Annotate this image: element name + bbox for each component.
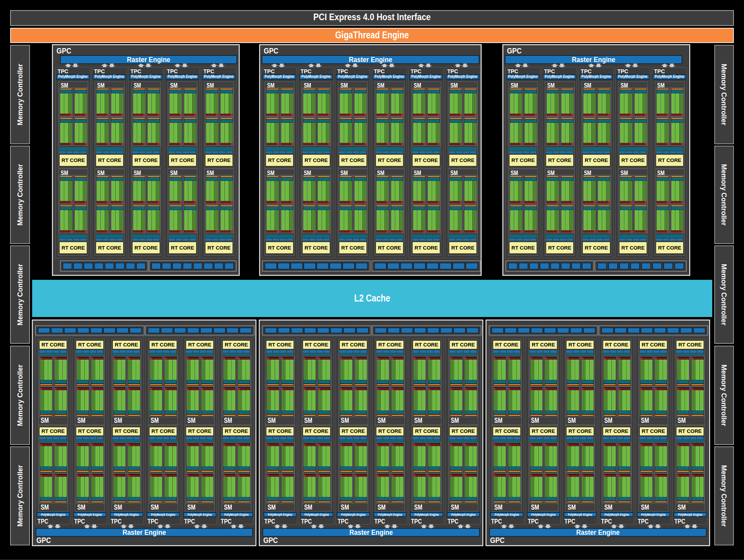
- svg-text:Raster Engine: Raster Engine: [122, 528, 166, 536]
- svg-text:Raster Engine: Raster Engine: [576, 528, 620, 536]
- svg-text:GPC: GPC: [507, 47, 522, 55]
- svg-text:PCI Express 4.0 Host Interface: PCI Express 4.0 Host Interface: [313, 12, 431, 22]
- svg-text:GPC: GPC: [36, 536, 51, 545]
- svg-text:GPC: GPC: [490, 536, 505, 545]
- svg-text:Raster Engine: Raster Engine: [350, 528, 393, 536]
- svg-text:Raster Engine: Raster Engine: [127, 56, 170, 64]
- svg-text:Raster Engine: Raster Engine: [349, 56, 392, 64]
- svg-text:Memory Controller: Memory Controller: [16, 465, 24, 527]
- svg-text:GPC: GPC: [264, 536, 278, 545]
- svg-text:Memory Controller: Memory Controller: [16, 264, 24, 326]
- svg-text:L2 Cache: L2 Cache: [354, 292, 390, 304]
- svg-text:Memory Controller: Memory Controller: [720, 264, 728, 326]
- svg-text:Memory Controller: Memory Controller: [16, 164, 24, 226]
- svg-text:Memory Controller: Memory Controller: [720, 64, 728, 126]
- svg-text:Memory Controller: Memory Controller: [720, 365, 728, 427]
- svg-text:GPC: GPC: [57, 47, 71, 55]
- svg-text:Memory Controller: Memory Controller: [720, 465, 728, 527]
- svg-text:Memory Controller: Memory Controller: [16, 364, 24, 426]
- svg-text:GPC: GPC: [264, 47, 279, 55]
- svg-text:Memory Controller: Memory Controller: [720, 164, 728, 226]
- svg-text:GigaThread Engine: GigaThread Engine: [335, 29, 409, 40]
- svg-text:Raster Engine: Raster Engine: [572, 56, 615, 64]
- svg-text:Memory Controller: Memory Controller: [16, 64, 24, 126]
